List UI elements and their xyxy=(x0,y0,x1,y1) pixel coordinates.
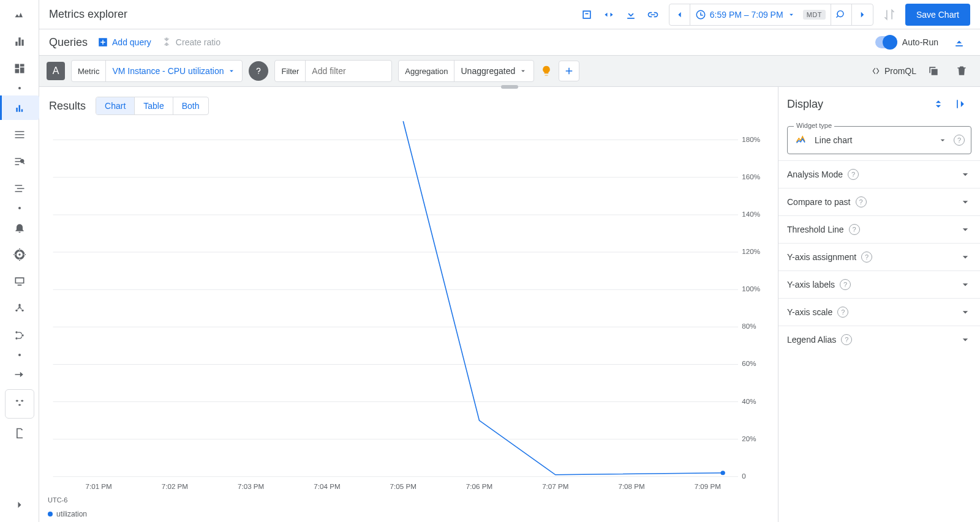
copy-icon xyxy=(927,65,940,77)
input-icon xyxy=(13,368,26,381)
save-chart-button[interactable]: Save Chart xyxy=(905,4,970,26)
section-label: Y-axis labels xyxy=(787,280,835,289)
svg-point-2 xyxy=(21,310,23,311)
help-icon[interactable]: ? xyxy=(841,334,852,345)
rail-item-dashboards[interactable] xyxy=(5,56,34,81)
aggregation-value-button[interactable]: Unaggregated xyxy=(454,66,533,76)
rail-item-overview[interactable] xyxy=(5,29,34,54)
add-query-row-button[interactable] xyxy=(559,61,579,81)
auto-run-switch[interactable] xyxy=(875,36,897,48)
metric-help-button[interactable] xyxy=(249,61,268,81)
svg-text:7:02 PM: 7:02 PM xyxy=(162,483,188,490)
line-chart-thumb-icon xyxy=(794,135,809,146)
chevron-down-icon xyxy=(959,278,971,291)
download-button[interactable] xyxy=(620,4,642,26)
display-collapse-button[interactable] xyxy=(949,93,971,115)
results-header: Results Chart Table Both xyxy=(47,92,778,120)
create-ratio-button[interactable]: Create ratio xyxy=(161,37,221,48)
svg-text:7:07 PM: 7:07 PM xyxy=(542,483,568,490)
time-range-search-button[interactable] xyxy=(831,4,852,25)
code-button[interactable] xyxy=(598,4,620,26)
lightbulb-icon xyxy=(540,65,552,77)
doc-icon xyxy=(13,427,26,439)
rail-item-synthetic[interactable] xyxy=(5,296,34,321)
svg-text:20%: 20% xyxy=(742,435,756,442)
chevron-down-icon xyxy=(959,251,971,263)
filter-input[interactable] xyxy=(306,61,391,81)
time-range-picker: 6:59 PM – 7:09 PM MDT xyxy=(669,4,873,26)
rail-item-permissions[interactable] xyxy=(5,421,34,446)
plus-box-icon xyxy=(97,37,108,48)
aggregation-value-text: Unaggregated xyxy=(461,66,515,76)
metric-field-value-button[interactable]: VM Instance - CPU utilization xyxy=(106,66,242,76)
dashboards-icon xyxy=(13,62,26,75)
rail-item-metrics-explorer[interactable] xyxy=(0,95,39,120)
promql-label: PromQL xyxy=(884,66,916,76)
section-compare-past[interactable]: Compare to past ? xyxy=(778,188,980,215)
chart-legend[interactable]: utilization xyxy=(48,510,87,518)
merge-icon xyxy=(161,37,172,48)
widget-type-select[interactable]: Widget type Line chart ? xyxy=(787,126,971,154)
dropdown-caret-icon xyxy=(787,10,796,19)
bookmark-panel-icon xyxy=(581,9,593,21)
help-icon[interactable]: ? xyxy=(861,252,872,263)
tab-both[interactable]: Both xyxy=(173,97,208,114)
section-yaxis-assignment[interactable]: Y-axis assignment ? xyxy=(778,243,980,270)
rail-item-log-analytics[interactable] xyxy=(5,149,34,174)
time-range-prev-button[interactable] xyxy=(669,4,690,25)
duplicate-query-button[interactable] xyxy=(922,60,944,82)
svg-point-1 xyxy=(15,310,17,311)
section-label: Y-axis assignment xyxy=(787,252,856,262)
help-icon[interactable]: ? xyxy=(840,279,851,290)
legend-swatch xyxy=(48,512,53,516)
time-range-value-button[interactable]: 6:59 PM – 7:09 PM MDT xyxy=(690,4,831,25)
share-query-button[interactable] xyxy=(576,4,598,26)
check-icon xyxy=(885,37,895,47)
rail-item-logs[interactable] xyxy=(5,122,34,147)
branch-icon xyxy=(13,329,26,341)
display-panel: Display Widget type Line chart ? Analysi… xyxy=(778,87,980,522)
queries-title: Queries xyxy=(49,36,88,49)
section-yaxis-scale[interactable]: Y-axis scale ? xyxy=(778,298,980,326)
delete-query-button[interactable] xyxy=(951,60,973,82)
link-button[interactable] xyxy=(642,4,664,26)
rail-item-groups[interactable] xyxy=(5,389,34,419)
promql-button[interactable]: PromQL xyxy=(871,66,916,76)
compare-disabled-button[interactable] xyxy=(878,4,900,26)
time-range-next-button[interactable] xyxy=(852,4,873,25)
rail-item-trace[interactable] xyxy=(5,176,34,201)
help-icon[interactable]: ? xyxy=(848,169,859,180)
monitor-icon xyxy=(13,275,26,288)
help-icon[interactable]: ? xyxy=(856,196,867,207)
results-view-tabs: Chart Table Both xyxy=(96,97,209,115)
bell-icon xyxy=(13,222,26,234)
section-threshold[interactable]: Threshold Line ? xyxy=(778,215,980,243)
collapse-queries-button[interactable] xyxy=(948,31,970,53)
section-yaxis-labels[interactable]: Y-axis labels ? xyxy=(778,270,980,298)
rail-expand-button[interactable] xyxy=(5,493,34,517)
tab-table[interactable]: Table xyxy=(135,97,173,114)
aggregation-hint-button[interactable] xyxy=(540,65,552,77)
add-query-button[interactable]: Add query xyxy=(97,37,151,48)
tab-chart[interactable]: Chart xyxy=(96,97,135,114)
metric-field: Metric VM Instance - CPU utilization xyxy=(71,60,243,82)
rail-item-alerting[interactable] xyxy=(5,215,34,240)
svg-text:7:01 PM: 7:01 PM xyxy=(86,483,112,490)
left-nav-rail xyxy=(0,0,39,522)
help-icon[interactable]: ? xyxy=(837,307,848,318)
rail-item-slo[interactable] xyxy=(5,323,34,348)
display-sort-button[interactable] xyxy=(927,93,949,115)
widget-type-help[interactable]: ? xyxy=(954,135,965,146)
help-icon[interactable]: ? xyxy=(849,224,860,235)
section-analysis-mode[interactable]: Analysis Mode ? xyxy=(778,160,980,188)
rail-item-uptime[interactable] xyxy=(5,269,34,294)
rail-item-error-reporting[interactable] xyxy=(5,242,34,267)
section-legend-alias[interactable]: Legend Alias ? xyxy=(778,326,980,353)
rail-item-monitoring[interactable] xyxy=(5,2,34,27)
svg-text:7:09 PM: 7:09 PM xyxy=(695,483,721,490)
chart-plot[interactable]: 020%40%60%80%100%120%140%160%180%7:01 PM… xyxy=(47,117,772,493)
query-chip-a[interactable]: A xyxy=(47,62,65,80)
aggregation-field: Aggregation Unaggregated xyxy=(398,60,534,82)
rail-item-integrations[interactable] xyxy=(5,362,34,387)
logs-icon xyxy=(13,129,26,141)
